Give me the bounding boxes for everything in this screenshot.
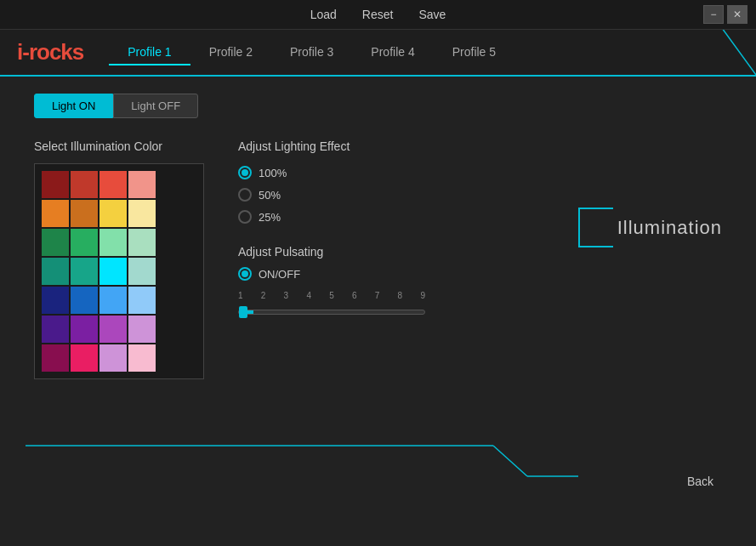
onoff-radio-circle — [238, 267, 252, 281]
color-swatch[interactable] — [128, 229, 156, 256]
logo: i-rocks — [17, 39, 83, 65]
color-swatch[interactable] — [42, 316, 69, 343]
lighting-label-25: 25% — [259, 211, 281, 224]
color-swatch[interactable] — [99, 287, 127, 314]
color-swatch[interactable] — [128, 316, 156, 343]
color-section-title: Select Illumination Color — [34, 139, 204, 153]
profile-tab-4[interactable]: Profile 4 — [352, 40, 433, 65]
illumination-label-container: Illumination — [575, 204, 722, 251]
light-on-button[interactable]: Light ON — [34, 94, 113, 118]
color-palette — [34, 163, 204, 379]
profile-tabs: Profile 1 Profile 2 Profile 3 Profile 4 … — [109, 40, 514, 65]
color-swatch[interactable] — [71, 287, 98, 314]
bottom-decoration-svg — [0, 444, 756, 478]
save-button[interactable]: Save — [418, 8, 446, 21]
logo-text-main: i-rock — [17, 39, 72, 65]
color-swatch[interactable] — [99, 316, 127, 343]
radio-25 — [238, 210, 252, 224]
color-swatch[interactable] — [128, 344, 156, 372]
color-swatch[interactable] — [99, 344, 127, 372]
app-container: Load Reset Save − ✕ i-rocks Profile 1 Pr… — [0, 0, 756, 546]
color-swatch[interactable] — [71, 316, 98, 343]
lighting-section-title: Adjust Lighting Effect — [238, 139, 722, 153]
lighting-option-100[interactable]: 100% — [238, 166, 722, 179]
lighting-label-100: 100% — [259, 167, 287, 179]
color-swatch[interactable] — [71, 171, 98, 198]
pulsating-slider[interactable] — [238, 310, 425, 315]
illumination-bracket-icon — [575, 204, 617, 251]
color-swatch[interactable] — [42, 287, 69, 314]
logo-text-accent: s — [72, 39, 83, 65]
slider-num-6: 6 — [352, 291, 357, 300]
window-controls: − ✕ — [703, 5, 747, 24]
radio-100 — [238, 166, 252, 179]
slider-num-9: 9 — [420, 291, 425, 300]
light-off-button[interactable]: Light OFF — [113, 94, 198, 118]
pulsating-onoff[interactable]: ON/OFF — [238, 267, 722, 281]
color-swatch[interactable] — [42, 229, 69, 256]
slider-num-3: 3 — [284, 291, 289, 300]
back-button[interactable]: Back — [687, 475, 713, 488]
color-swatch[interactable] — [128, 258, 156, 285]
lighting-option-50[interactable]: 50% — [238, 188, 722, 202]
color-swatch[interactable] — [42, 200, 69, 227]
slider-num-7: 7 — [375, 291, 380, 300]
color-swatch[interactable] — [99, 258, 127, 285]
reset-button[interactable]: Reset — [362, 8, 394, 21]
color-swatch[interactable] — [71, 258, 98, 285]
color-swatch[interactable] — [99, 229, 127, 256]
slider-num-4: 4 — [306, 291, 311, 300]
load-button[interactable]: Load — [310, 8, 337, 21]
slider-num-2: 2 — [261, 291, 266, 300]
close-button[interactable]: ✕ — [727, 5, 747, 24]
profile-tab-5[interactable]: Profile 5 — [434, 40, 514, 65]
top-bar: Load Reset Save − ✕ — [0, 0, 756, 30]
slider-numbers: 1 2 3 4 5 6 7 8 9 — [238, 291, 425, 300]
profile-tab-2[interactable]: Profile 2 — [190, 40, 271, 65]
color-swatch[interactable] — [42, 171, 69, 198]
light-toggle-group: Light ON Light OFF — [34, 94, 722, 118]
radio-50 — [238, 188, 252, 202]
slider-num-8: 8 — [398, 291, 403, 300]
color-swatch[interactable] — [128, 287, 156, 314]
bottom-decoration — [0, 476, 756, 478]
color-section: Select Illumination Color — [34, 139, 204, 379]
slider-num-1: 1 — [238, 291, 243, 300]
top-bar-actions: Load Reset Save — [310, 8, 446, 21]
lighting-label-50: 50% — [259, 189, 281, 202]
onoff-label: ON/OFF — [259, 268, 300, 281]
minimize-button[interactable]: − — [703, 5, 724, 24]
color-swatch[interactable] — [71, 200, 98, 227]
header: i-rocks Profile 1 Profile 2 Profile 3 Pr… — [0, 30, 756, 77]
main-row: Select Illumination Color — [34, 139, 722, 379]
profile-tab-3[interactable]: Profile 3 — [271, 40, 352, 65]
slider-num-5: 5 — [329, 291, 334, 300]
color-swatch[interactable] — [71, 229, 98, 256]
color-swatch[interactable] — [128, 200, 156, 227]
color-swatch[interactable] — [42, 258, 69, 285]
color-swatch[interactable] — [71, 344, 98, 372]
color-swatch[interactable] — [99, 171, 127, 198]
profile-tab-1[interactable]: Profile 1 — [109, 40, 190, 65]
color-swatch[interactable] — [42, 344, 69, 372]
color-swatch[interactable] — [99, 200, 127, 227]
color-swatch[interactable] — [128, 171, 156, 198]
lighting-section: Adjust Lighting Effect 100% 50% 25% — [238, 139, 722, 379]
illumination-text: Illumination — [617, 217, 722, 239]
